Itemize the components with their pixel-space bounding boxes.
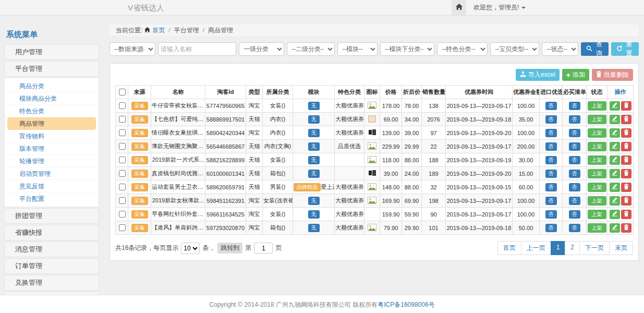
sidebar-item[interactable]: 模块商品分类 <box>5 92 99 105</box>
edit-button[interactable] <box>610 115 620 124</box>
breadcrumb-home-link[interactable]: 首页 <box>152 25 165 36</box>
delete-button[interactable] <box>621 169 631 178</box>
delete-button[interactable] <box>621 196 631 206</box>
page-number-input[interactable] <box>254 243 273 254</box>
name-search-input[interactable] <box>158 42 236 56</box>
row-checkbox[interactable] <box>119 224 126 231</box>
row-checkbox[interactable] <box>119 116 126 123</box>
per-page-select[interactable]: 10 <box>181 243 200 254</box>
page-button[interactable]: 末页 <box>609 241 633 255</box>
edit-button[interactable] <box>610 210 620 219</box>
row-checkbox[interactable] <box>119 184 126 190</box>
must-buy-toggle[interactable]: 否 <box>569 102 580 110</box>
user-menu[interactable]: 欢迎您，管理员! <box>473 3 526 12</box>
must-buy-toggle[interactable]: 否 <box>569 210 580 219</box>
add-button[interactable]: + 添加 <box>562 69 589 81</box>
edit-button[interactable] <box>610 101 620 111</box>
edit-button[interactable] <box>610 155 620 165</box>
status-button[interactable]: 上架 <box>588 223 606 233</box>
page-button[interactable]: 下一页 <box>579 241 610 255</box>
edit-button[interactable] <box>610 142 620 151</box>
edit-button[interactable] <box>610 183 620 192</box>
delete-button[interactable] <box>621 223 631 233</box>
status-button[interactable]: 上架 <box>588 115 606 124</box>
sidebar-item[interactable]: 特色分类 <box>5 105 99 117</box>
sidebar-group[interactable]: 订单管理 <box>4 258 99 274</box>
delete-button[interactable] <box>621 115 631 124</box>
home-button[interactable] <box>452 0 466 15</box>
module-badge[interactable]: 无 <box>308 129 320 137</box>
edit-button[interactable] <box>610 196 620 206</box>
import-select-toggle[interactable]: 否 <box>545 170 557 178</box>
must-buy-toggle[interactable]: 否 <box>569 224 580 232</box>
row-checkbox[interactable] <box>119 170 126 177</box>
batch-delete-button[interactable]: 批量删除 <box>592 69 633 81</box>
delete-button[interactable] <box>621 183 631 192</box>
row-checkbox[interactable] <box>119 129 126 136</box>
import-select-toggle[interactable]: 否 <box>545 156 557 164</box>
page-button[interactable]: 1 <box>551 241 566 255</box>
module-badge[interactable]: 无 <box>308 170 320 178</box>
module-subcategory-filter[interactable]: --模块下分类-- <box>380 42 434 56</box>
row-checkbox[interactable] <box>119 197 126 204</box>
page-button[interactable]: 首页 <box>497 241 521 255</box>
delete-button[interactable] <box>621 142 631 151</box>
module-badge[interactable]: 无 <box>308 197 320 205</box>
must-buy-toggle[interactable]: 否 <box>569 115 580 124</box>
select-all-checkbox[interactable] <box>119 89 126 95</box>
module-badge[interactable]: 无 <box>308 210 320 219</box>
delete-button[interactable] <box>621 155 631 165</box>
row-checkbox[interactable] <box>119 211 126 218</box>
import-select-toggle[interactable]: 否 <box>545 115 557 124</box>
page-button[interactable]: 2 <box>565 241 580 255</box>
module-badge[interactable]: 无 <box>308 156 320 164</box>
sidebar-group[interactable]: 拼团管理 <box>4 208 99 224</box>
sidebar-item[interactable]: 商品分类 <box>5 80 99 92</box>
module-badge[interactable]: 无 <box>308 224 320 232</box>
page-button[interactable]: 上一页 <box>521 241 551 255</box>
sidebar-group[interactable]: 消息管理 <box>4 242 99 257</box>
row-checkbox[interactable] <box>119 102 126 109</box>
import-select-toggle[interactable]: 否 <box>545 224 557 232</box>
edit-button[interactable] <box>610 169 620 178</box>
must-buy-toggle[interactable]: 否 <box>569 142 580 151</box>
status-button[interactable]: 上架 <box>588 196 606 206</box>
sidebar-group[interactable]: 省赚快报 <box>4 225 99 240</box>
must-buy-toggle[interactable]: 否 <box>569 197 580 205</box>
sidebar-group[interactable]: 兑换管理 <box>4 275 99 291</box>
import-select-toggle[interactable]: 否 <box>545 197 557 205</box>
status-button[interactable]: 上架 <box>588 183 606 192</box>
must-buy-toggle[interactable]: 否 <box>569 183 580 191</box>
sidebar-item[interactable]: 轮播管理 <box>5 155 99 167</box>
import-select-toggle[interactable]: 否 <box>545 142 557 151</box>
sidebar-item[interactable]: 宣传物料 <box>5 130 99 142</box>
import-select-toggle[interactable]: 否 <box>545 102 557 110</box>
import-select-toggle[interactable]: 否 <box>545 129 557 137</box>
status-filter[interactable]: --状态-- <box>542 42 578 56</box>
icp-link[interactable]: 粤ICP备16098006号 <box>378 300 434 309</box>
must-buy-toggle[interactable]: 否 <box>569 129 580 137</box>
module-badge[interactable]: 无 <box>308 115 320 124</box>
sidebar-item[interactable]: 意见反馈 <box>5 180 99 192</box>
delete-button[interactable] <box>621 128 631 138</box>
delete-button[interactable] <box>621 101 631 111</box>
sidebar-item[interactable]: 启动页管理 <box>5 167 99 180</box>
feature-category-filter[interactable]: --特色分类-- <box>437 42 488 56</box>
reset-button[interactable]: 重置 <box>611 42 639 56</box>
module-badge[interactable]: 无 <box>308 142 320 151</box>
edit-button[interactable] <box>610 223 620 233</box>
data-source-filter[interactable]: --数据来源-- <box>110 42 155 56</box>
status-button[interactable]: 上架 <box>588 155 606 165</box>
sidebar-group[interactable]: 用户管理 <box>4 44 99 60</box>
row-checkbox[interactable] <box>119 143 126 150</box>
sidebar-item[interactable]: 商品管理 <box>7 117 96 130</box>
level1-category-filter[interactable]: 一级分类 <box>239 42 284 56</box>
status-button[interactable]: 上架 <box>588 169 606 178</box>
search-button[interactable]: 查询 <box>581 42 609 56</box>
module-badge[interactable]: 无 <box>308 102 320 110</box>
sidebar-item[interactable]: 平台配置 <box>5 192 99 205</box>
row-checkbox[interactable] <box>119 156 126 163</box>
module-badge[interactable]: 品牌精选 <box>294 183 321 191</box>
status-button[interactable]: 上架 <box>588 142 606 151</box>
sidebar-item[interactable]: 版本管理 <box>5 142 99 155</box>
